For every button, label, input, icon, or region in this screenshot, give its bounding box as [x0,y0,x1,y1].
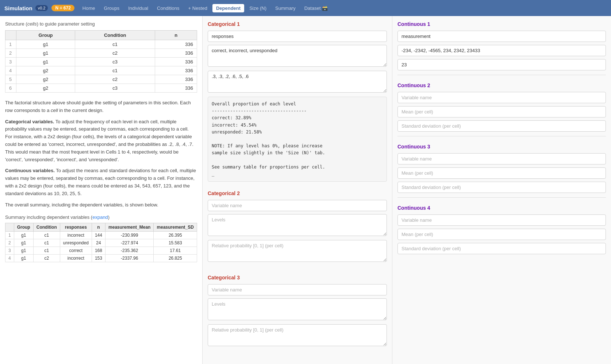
nav-conditions[interactable]: Conditions [153,4,183,12]
cat1-field-1[interactable] [208,45,387,67]
col-condition-header: Condition [75,31,155,40]
structure-table: Group Condition n 1 g1 c1 336 2 g1 c2 33… [5,30,197,93]
cont1-field-0[interactable] [397,31,606,42]
cont1-field-1[interactable] [397,45,606,56]
row-n: 336 [155,84,197,93]
summary-col-header: Condition [33,223,60,232]
middle-panel: Categorical 1Overall proportion of each … [203,16,392,364]
nav-size[interactable]: Size (N) [246,4,270,12]
cat-section-cat1: Categorical 1Overall proportion of each … [208,21,387,182]
cont-title-cont2: Continuous 2 [397,82,606,88]
nav-summary[interactable]: Summary [272,4,299,12]
nav-dataset[interactable]: Dataset 🗃️ [301,4,331,12]
sum-mean: -2337.96 [105,255,154,262]
right-panel: Continuous 1Continuous 2Continuous 3Cont… [392,16,611,364]
sum-responses: correct [60,247,92,255]
summary-col-header: measurement_Mean [105,223,154,232]
sum-condition: c1 [33,239,60,247]
cat1-field-2[interactable] [208,71,387,93]
sum-condition: c1 [33,232,60,239]
cont4-field-1[interactable] [397,229,606,240]
row-condition: c1 [75,40,155,49]
row-group: g1 [16,49,75,58]
summary-col-header: n [92,223,105,232]
summary-col-header: responses [60,223,92,232]
sum-n: 153 [92,255,105,262]
row-n: 336 [155,40,197,49]
cat3-field-0[interactable] [208,284,387,295]
cont1-field-2[interactable] [397,59,606,70]
structure-section-title: Structure (cells) to guide parameter set… [5,21,197,27]
col-n-header: n [155,31,197,40]
cont3-field-2[interactable] [397,182,606,193]
cell-italic: cell [51,108,58,113]
sum-n: 144 [92,232,105,239]
cat1-field-0[interactable] [208,31,387,42]
row-condition: c2 [75,49,155,58]
main-layout: Structure (cells) to guide parameter set… [0,16,611,364]
cat-title-cat2: Categorical 2 [208,190,387,196]
version-badge: v0.2 [35,5,48,11]
row-num: 4 [5,66,16,75]
cont-title-cont4: Continuous 4 [397,205,606,211]
sum-sd: 15.583 [154,239,197,247]
cont-divider [397,75,606,75]
nav-individual[interactable]: Individual [124,4,152,12]
desc-factorial: The factorial structure above should gui… [5,99,197,115]
summary-section: Summary including dependent variables (e… [5,214,197,262]
nav-home[interactable]: Home [79,4,99,12]
cat-section-cat2: Categorical 2 [208,190,387,266]
sum-group: g1 [14,255,33,262]
row-condition: c3 [75,84,155,93]
table-row: 3 g1 c3 336 [5,58,197,66]
expand-link[interactable]: expand [92,214,108,220]
cont2-field-0[interactable] [397,92,606,103]
cont4-field-2[interactable] [397,243,606,254]
nav-nested[interactable]: + Nested [185,4,211,12]
summary-table: GroupConditionresponsesnmeasurement_Mean… [5,223,197,262]
sum-responses: incorrect [60,255,92,262]
row-num: 5 [5,75,16,84]
cat3-field-1[interactable] [208,298,387,320]
summary-section-title: Summary including dependent variables (e… [5,214,197,220]
cat2-field-1[interactable] [208,214,387,236]
cont-title-cont1: Continuous 1 [397,21,606,27]
sum-num: 3 [5,247,14,255]
cont-divider [397,197,606,198]
sum-n: 24 [92,239,105,247]
cont3-field-0[interactable] [397,153,606,164]
cat-var-label: Categorical variables. [5,119,54,124]
cat2-field-2[interactable] [208,240,387,262]
sum-group: g1 [14,247,33,255]
cont-section-cont4: Continuous 4 [397,205,606,257]
row-group: g2 [16,84,75,93]
cont2-field-2[interactable] [397,120,606,132]
cont4-field-0[interactable] [397,214,606,226]
sum-group: g1 [14,232,33,239]
table-row: 2 g1 c2 336 [5,49,197,58]
table-row: 4 g2 c1 336 [5,66,197,75]
cont3-field-1[interactable] [397,167,606,179]
row-num: 3 [5,58,16,66]
cat-var-body: To adjust the frequency of each level in… [5,119,193,162]
cat2-field-0[interactable] [208,200,387,211]
table-row: 2 g1 c1 unresponded 24 -227.974 15.583 [5,239,197,247]
col-group-header: Group [16,31,75,40]
row-n: 336 [155,75,197,84]
nav-groups[interactable]: Groups [100,4,123,12]
row-n: 336 [155,66,197,75]
cat-section-cat3: Categorical 3 [208,275,387,350]
sum-sd: 26.395 [154,232,197,239]
sum-mean: -235.362 [105,247,154,255]
desc-categorical: Categorical variables. To adjust the fre… [5,118,197,164]
nav-bar: Simulation v0.2 N = 672 Home Groups Indi… [0,0,611,16]
cat3-field-2[interactable] [208,324,387,346]
cont-title-cont3: Continuous 3 [397,144,606,150]
cont2-field-1[interactable] [397,106,606,117]
sum-num: 1 [5,232,14,239]
nav-dependent[interactable]: Dependent [212,4,244,12]
cont-var-label: Continuous variables. [5,168,55,173]
desc-continuous: Continuous variables. To adjust the mean… [5,167,197,197]
sum-num: 2 [5,239,14,247]
summary-col-header: measurement_SD [154,223,197,232]
